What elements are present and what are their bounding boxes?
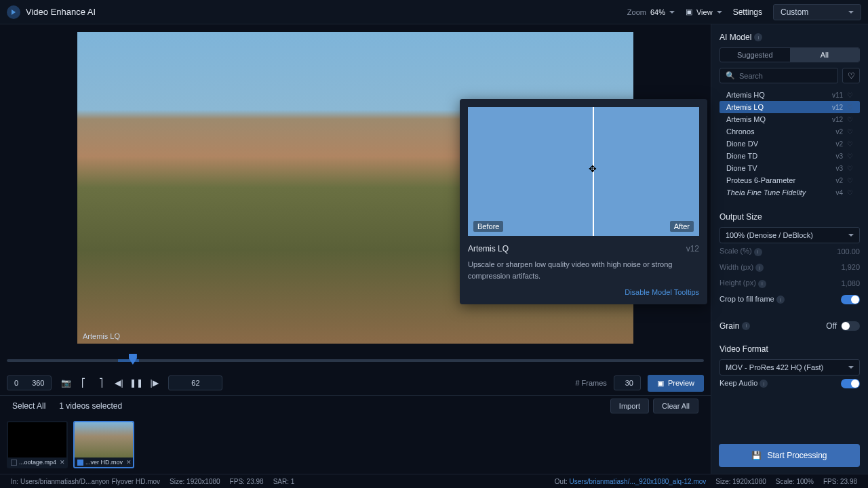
- output-preset-select[interactable]: 100% (Denoise / DeBlock): [719, 227, 860, 243]
- info-icon[interactable]: i: [742, 322, 750, 330]
- compare-preview[interactable]: ✥ Before After: [468, 107, 699, 236]
- thumbnail-checkbox[interactable]: [11, 460, 17, 466]
- zoom-control[interactable]: Zoom 64%: [627, 8, 675, 16]
- model-name: Dione TD: [726, 152, 835, 160]
- heart-icon[interactable]: ♡: [847, 189, 853, 197]
- step-back-button[interactable]: ◀|: [111, 375, 126, 390]
- keep-audio-toggle[interactable]: [841, 379, 860, 388]
- step-forward-button[interactable]: |▶: [146, 375, 161, 390]
- heart-icon[interactable]: ♡: [847, 165, 853, 172]
- in-sar: SAR: 1: [273, 478, 295, 485]
- model-name: Dione DV: [726, 140, 835, 148]
- info-icon[interactable]: i: [754, 33, 762, 41]
- model-version: v12: [832, 116, 843, 123]
- clear-all-button[interactable]: Clear All: [653, 399, 698, 413]
- after-label: After: [670, 221, 694, 232]
- model-version: v3: [835, 152, 843, 160]
- grain-state: Off: [826, 321, 837, 331]
- settings-link[interactable]: Settings: [733, 7, 762, 17]
- model-name: Proteus 6-Parameter: [726, 176, 835, 184]
- heart-icon[interactable]: ♡: [847, 152, 853, 160]
- favorite-filter-button[interactable]: ♡: [842, 68, 860, 83]
- select-all-link[interactable]: Select All: [12, 401, 45, 411]
- crop-toggle[interactable]: [841, 295, 860, 304]
- search-icon: 🔍: [726, 71, 735, 80]
- view-control[interactable]: ▣ View: [686, 7, 722, 16]
- frames-input[interactable]: 30: [614, 375, 641, 390]
- scale-value: 100.00: [822, 247, 860, 256]
- model-tooltip-panel: ✥ Before After Artemis LQ v12 Upscale or…: [460, 99, 707, 304]
- pause-button[interactable]: ❚❚: [129, 375, 144, 390]
- info-icon[interactable]: i: [755, 264, 764, 272]
- output-preset-value: 100% (Denoise / DeBlock): [726, 231, 813, 239]
- model-version: v2: [835, 128, 843, 136]
- width-value: 1,920: [822, 263, 860, 271]
- model-item[interactable]: Theia Fine Tune Fidelityv4♡: [719, 186, 860, 199]
- range-display: 0 360: [7, 375, 52, 390]
- thumbnail-image: [75, 422, 133, 458]
- heart-icon[interactable]: ♡: [847, 104, 853, 111]
- import-button[interactable]: Import: [610, 399, 649, 413]
- heart-icon[interactable]: ♡: [847, 177, 853, 184]
- thumbnail-checkbox[interactable]: [77, 460, 83, 466]
- tooltip-model-version: v12: [686, 244, 699, 253]
- preset-value: Custom: [781, 7, 808, 17]
- grain-toggle[interactable]: [841, 321, 860, 331]
- video-thumbnail[interactable]: ...ootage.mp4✕: [7, 421, 68, 468]
- close-icon[interactable]: ✕: [126, 459, 132, 466]
- start-processing-button[interactable]: 💾 Start Processing: [719, 444, 860, 467]
- chevron-down-icon: [848, 366, 854, 369]
- snapshot-button[interactable]: 📷: [58, 375, 73, 390]
- info-icon[interactable]: i: [754, 248, 762, 256]
- model-name: Dione TV: [726, 164, 835, 172]
- app-title: Video Enhance AI: [26, 7, 96, 17]
- range-start: 0: [14, 379, 18, 387]
- out-label: Out:: [555, 478, 568, 485]
- model-name: Artemis HQ: [726, 91, 832, 99]
- disable-tooltips-link[interactable]: Disable Model Tooltips: [468, 288, 699, 296]
- mark-out-button[interactable]: ⎤: [94, 375, 108, 390]
- info-icon[interactable]: i: [758, 280, 766, 288]
- search-input[interactable]: 🔍 Search: [719, 68, 838, 83]
- compare-handle-icon[interactable]: ✥: [585, 161, 600, 176]
- tooltip-model-name: Artemis LQ: [468, 244, 509, 253]
- model-item[interactable]: Artemis LQv12♡: [719, 101, 860, 113]
- info-icon[interactable]: i: [760, 380, 768, 388]
- heart-icon[interactable]: ♡: [847, 92, 853, 99]
- in-label: In:: [11, 478, 18, 485]
- timeline[interactable]: [0, 350, 711, 371]
- video-thumbnail[interactable]: ...ver HD.mov✕: [73, 421, 134, 468]
- preview-icon: ▣: [657, 379, 664, 388]
- current-frame: 62: [168, 375, 222, 390]
- model-item[interactable]: Artemis HQv11♡: [719, 89, 860, 101]
- save-icon: 💾: [751, 451, 762, 460]
- video-format-value: MOV - ProRes 422 HQ (Fast): [726, 363, 823, 371]
- timeline-region[interactable]: [118, 359, 139, 362]
- out-path-link[interactable]: Users/brianmatiash/..._920x1080_alq-12.m…: [570, 478, 707, 485]
- frames-label: # Frames: [575, 379, 606, 387]
- model-item[interactable]: Dione DVv2♡: [719, 138, 860, 150]
- out-size: Size: 1920x1080: [715, 478, 766, 485]
- heart-icon[interactable]: ♡: [847, 140, 853, 148]
- tab-all[interactable]: All: [790, 48, 860, 62]
- thumbnail-filename: ...ootage.mp4: [19, 459, 56, 466]
- info-icon[interactable]: i: [776, 296, 785, 304]
- timeline-playhead[interactable]: [129, 354, 137, 365]
- app-logo-icon: [7, 5, 20, 19]
- video-format-select[interactable]: MOV - ProRes 422 HQ (Fast): [719, 359, 860, 375]
- model-version: v4: [835, 189, 843, 197]
- close-icon[interactable]: ✕: [60, 459, 65, 466]
- tab-suggested[interactable]: Suggested: [720, 48, 790, 62]
- model-item[interactable]: Dione TVv3♡: [719, 162, 860, 174]
- model-item[interactable]: Chronosv2♡: [719, 125, 860, 138]
- model-name: Theia Fine Tune Fidelity: [726, 188, 835, 197]
- preset-select[interactable]: Custom: [773, 4, 861, 20]
- mark-in-button[interactable]: ⎡: [76, 375, 91, 390]
- chevron-down-icon: [848, 11, 854, 14]
- model-item[interactable]: Artemis MQv12♡: [719, 113, 860, 125]
- heart-icon[interactable]: ♡: [847, 128, 853, 136]
- preview-button[interactable]: ▣ Preview: [648, 375, 704, 392]
- model-item[interactable]: Dione TDv3♡: [719, 150, 860, 162]
- model-item[interactable]: Proteus 6-Parameterv2♡: [719, 174, 860, 186]
- heart-icon[interactable]: ♡: [847, 116, 853, 123]
